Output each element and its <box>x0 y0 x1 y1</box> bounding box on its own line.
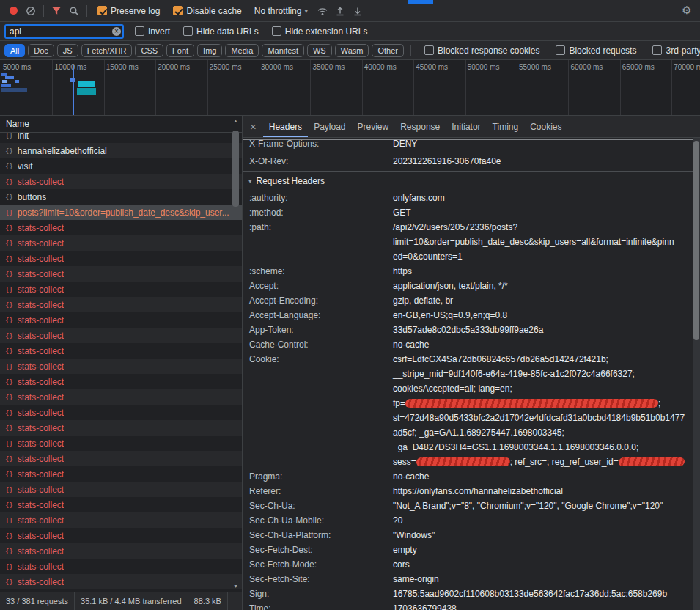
redaction-scribble <box>618 457 685 466</box>
request-row[interactable]: {}stats-collect <box>0 436 242 451</box>
blocked-response-cookies-toggle[interactable]: Blocked response cookies <box>424 45 539 56</box>
request-row[interactable]: {}visit <box>0 158 242 174</box>
settings-button[interactable]: ⚙ <box>678 3 696 19</box>
throttling-select[interactable]: No throttling ▾ <box>254 6 308 16</box>
filter-chip-all[interactable]: All <box>4 44 25 57</box>
json-file-icon: {} <box>5 532 13 540</box>
export-har-button[interactable] <box>349 3 366 19</box>
request-row[interactable]: {}stats-collect <box>0 512 242 528</box>
hide-extension-urls-toggle[interactable]: Hide extension URLs <box>272 26 368 37</box>
network-overview[interactable]: 5000 ms10000 ms15000 ms20000 ms25000 ms3… <box>0 60 700 116</box>
invert-checkbox[interactable] <box>135 26 144 36</box>
hide-data-urls-checkbox[interactable] <box>183 26 193 36</box>
tab-payload[interactable]: Payload <box>308 116 351 137</box>
filter-chip-fetch-xhr[interactable]: Fetch/XHR <box>81 44 133 57</box>
request-row[interactable]: {}stats-collect <box>0 235 242 251</box>
request-name: stats-collect <box>18 254 64 264</box>
scroll-down-icon[interactable]: ▼ <box>232 583 240 590</box>
json-file-icon: {} <box>5 178 13 185</box>
tab-preview[interactable]: Preview <box>352 116 395 137</box>
scroll-up-icon[interactable]: ▲ <box>232 117 240 125</box>
filter-chip-js[interactable]: JS <box>57 44 78 57</box>
timeline-tick-label: 45000 ms <box>416 63 448 71</box>
third-party-requests-checkbox[interactable] <box>652 45 662 55</box>
request-row[interactable]: {}stats-collect <box>0 266 242 282</box>
request-row[interactable]: {}stats-collect <box>0 482 242 497</box>
request-row[interactable]: {}stats-collect <box>0 405 242 420</box>
request-row[interactable]: {}stats-collect <box>0 559 242 574</box>
record-button[interactable] <box>4 3 22 19</box>
json-file-icon: {} <box>5 425 13 432</box>
name-column-header[interactable]: Name <box>0 116 242 133</box>
filter-chip-media[interactable]: Media <box>225 44 259 57</box>
header-value: 202312261916-30670fa40e <box>393 154 501 169</box>
resources-size: 88.3 kB <box>188 592 228 610</box>
hide-data-urls-toggle[interactable]: Hide data URLs <box>183 26 259 37</box>
preserve-log-checkbox[interactable] <box>97 6 107 15</box>
filter-chip-wasm[interactable]: Wasm <box>335 44 369 57</box>
request-row[interactable]: {}stats-collect <box>0 251 242 266</box>
header-name: :method: <box>249 205 393 220</box>
disclosure-triangle-icon: ▾ <box>248 177 252 185</box>
filter-chip-doc[interactable]: Doc <box>28 44 54 57</box>
scrollbar-thumb[interactable] <box>693 141 699 340</box>
request-row[interactable]: {}stats-collect <box>0 374 242 389</box>
invert-toggle[interactable]: Invert <box>135 26 170 37</box>
filter-chip-other[interactable]: Other <box>372 44 404 57</box>
search-button[interactable] <box>65 3 83 19</box>
request-row[interactable]: {}stats-collect <box>0 359 242 374</box>
tab-response[interactable]: Response <box>394 116 446 137</box>
request-row[interactable]: {}stats-collect <box>0 420 242 436</box>
request-row[interactable]: {}stats-collect <box>0 328 242 343</box>
header-name: Accept-Language: <box>249 308 393 323</box>
request-row[interactable]: {}stats-collect <box>0 574 242 589</box>
request-row[interactable]: {}stats-collect <box>0 389 242 405</box>
request-row[interactable]: {}stats-collect <box>0 174 242 189</box>
blocked-response-cookies-checkbox[interactable] <box>424 45 434 55</box>
filter-toggle-button[interactable] <box>48 3 65 19</box>
tab-initiator[interactable]: Initiator <box>446 116 486 137</box>
json-file-icon: {} <box>5 348 13 355</box>
filter-chip-font[interactable]: Font <box>166 44 194 57</box>
request-row[interactable]: {}hannahelizabethofficial <box>0 143 242 158</box>
request-row[interactable]: {}stats-collect <box>0 312 242 328</box>
disable-cache-toggle[interactable]: Disable cache <box>173 6 241 16</box>
scrollbar-thumb[interactable] <box>232 131 239 207</box>
request-row[interactable]: {}stats-collect <box>0 497 242 512</box>
request-headers-section-header[interactable]: ▾ Request Headers <box>243 172 693 191</box>
tab-cookies[interactable]: Cookies <box>524 116 567 137</box>
request-row[interactable]: {}posts?limit=10&order=publish_date_desc… <box>0 205 242 220</box>
request-row[interactable]: {}stats-collect <box>0 297 242 312</box>
request-row[interactable]: {}stats-collect <box>0 220 242 235</box>
request-row[interactable]: {}buttons <box>0 189 242 205</box>
clear-network-log-button[interactable] <box>22 3 40 19</box>
third-party-requests-toggle[interactable]: 3rd-party requests <box>652 45 700 56</box>
disable-cache-checkbox[interactable] <box>173 6 183 15</box>
filter-chip-ws[interactable]: WS <box>307 44 332 57</box>
details-scrollbar[interactable] <box>693 138 700 610</box>
request-row[interactable]: {}stats-collect <box>0 543 242 559</box>
request-row[interactable]: {}stats-collect <box>0 451 242 466</box>
filter-chip-manifest[interactable]: Manifest <box>262 44 304 57</box>
network-conditions-button[interactable] <box>314 3 331 19</box>
filter-input[interactable] <box>4 24 124 39</box>
request-row[interactable]: {}stats-collect <box>0 466 242 482</box>
hide-extension-urls-checkbox[interactable] <box>272 26 281 36</box>
tab-headers[interactable]: Headers <box>263 116 308 137</box>
filter-chip-img[interactable]: Img <box>197 44 222 57</box>
tab-timing[interactable]: Timing <box>487 116 525 137</box>
request-row[interactable]: {}init <box>0 133 242 143</box>
close-details-button[interactable]: × <box>243 116 263 137</box>
json-file-icon: {} <box>5 378 13 386</box>
request-row[interactable]: {}stats-collect <box>0 528 242 543</box>
clear-filter-icon[interactable]: × <box>112 27 121 36</box>
import-har-button[interactable] <box>331 3 349 19</box>
blocked-requests-toggle[interactable]: Blocked requests <box>556 45 636 56</box>
filter-chip-css[interactable]: CSS <box>135 44 163 57</box>
blocked-requests-checkbox[interactable] <box>556 45 565 55</box>
preserve-log-toggle[interactable]: Preserve log <box>97 6 160 16</box>
request-row[interactable]: {}stats-collect <box>0 343 242 359</box>
json-file-icon: {} <box>5 271 13 278</box>
requests-scrollbar[interactable]: ▲ ▼ <box>232 117 240 590</box>
request-row[interactable]: {}stats-collect <box>0 282 242 297</box>
